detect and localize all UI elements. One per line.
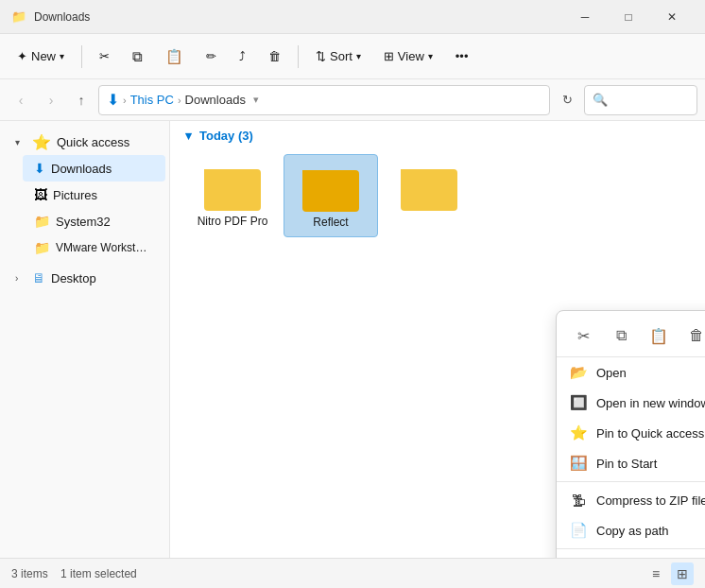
share-button[interactable]: ⤴ (230, 40, 255, 74)
toolbar-separator-1 (81, 45, 82, 68)
forward-button[interactable]: › (38, 87, 64, 113)
statusbar: 3 items 1 item selected ≡ ⊞ (0, 558, 705, 588)
sidebar: ▾ ⭐ Quick access ⬇ Downloads 🖼 Pictures … (0, 121, 170, 558)
refresh-button[interactable]: ↻ (554, 87, 580, 113)
view-button[interactable]: ⊞ View ▾ (374, 40, 442, 74)
sort-icon: ⇅ (316, 49, 326, 63)
list-view-button[interactable]: ≡ (645, 562, 667, 585)
rename-button[interactable]: ✏ (197, 40, 226, 74)
ctx-open[interactable]: 📂 Open Enter (557, 357, 705, 388)
folder-item-3[interactable] (382, 154, 476, 237)
sort-button[interactable]: ⇅ Sort ▾ (306, 40, 370, 74)
ctx-divider-1 (557, 481, 705, 482)
back-button[interactable]: ‹ (8, 87, 34, 113)
window-title: Downloads (34, 10, 90, 24)
ctx-divider-2 (557, 548, 705, 549)
breadcrumb-sep-1: › (123, 95, 127, 106)
sidebar-vmware-label: VMware Workstation 1 (56, 241, 150, 254)
ctx-paste-icon: 📋 (649, 327, 668, 345)
titlebar-left: 📁 Downloads (11, 9, 90, 25)
content-area: ▾ Today (3) Nitro PDF Pro Reflect (170, 121, 705, 558)
sidebar-downloads-label: Downloads (51, 162, 112, 176)
sidebar-item-downloads[interactable]: ⬇ Downloads (23, 155, 165, 182)
copy-icon: ⧉ (132, 48, 143, 65)
ctx-pin-start[interactable]: 🪟 Pin to Start (557, 448, 705, 478)
ctx-copy-button[interactable]: ⧉ (606, 320, 636, 351)
chevron-icon: ▾ (15, 137, 26, 147)
ctx-delete-button[interactable]: 🗑 (681, 320, 705, 351)
breadcrumb-icon: ⬇ (107, 91, 119, 109)
minimize-button[interactable]: ─ (563, 0, 607, 34)
sidebar-quick-access-label: Quick access (57, 135, 129, 149)
sidebar-item-pictures[interactable]: 🖼 Pictures (23, 182, 165, 208)
folder-item-2[interactable]: Reflect (284, 154, 378, 237)
breadcrumb-downloads: Downloads (185, 93, 246, 107)
sidebar-pictures-label: Pictures (53, 188, 97, 202)
folder-name-2: Reflect (313, 216, 348, 229)
window-controls: ─ □ ✕ (563, 0, 694, 34)
folder-name-1: Nitro PDF Pro (198, 215, 268, 228)
main-layout: ▾ ⭐ Quick access ⬇ Downloads 🖼 Pictures … (0, 121, 705, 558)
ctx-open-new-window-label: Open in new window (596, 396, 705, 410)
toolbar: ✦ New ▾ ✂ ⧉ 📋 ✏ ⤴ 🗑 ⇅ Sort ▾ ⊞ View ▾ ••… (0, 34, 705, 79)
rename-icon: ✏ (206, 49, 216, 63)
new-button[interactable]: ✦ New ▾ (8, 40, 74, 74)
sidebar-section-quick-access: ▾ ⭐ Quick access ⬇ Downloads 🖼 Pictures … (0, 129, 169, 261)
sidebar-system32-label: System32 (56, 215, 111, 229)
paste-button[interactable]: 📋 (156, 40, 193, 74)
maximize-button[interactable]: □ (607, 0, 650, 34)
ctx-compress-zip[interactable]: 🗜 Compress to ZIP file (557, 485, 705, 515)
items-count: 3 items (11, 567, 48, 580)
folder-item-1[interactable]: Nitro PDF Pro (185, 154, 280, 237)
window-icon: 📁 (11, 9, 26, 25)
breadcrumb-this-pc[interactable]: This PC (130, 93, 174, 107)
grid-view-button[interactable]: ⊞ (671, 562, 694, 585)
quick-access-icon: ⭐ (32, 133, 51, 151)
ctx-toolbar: ✂ ⧉ 📋 🗑 (557, 315, 705, 357)
folders-grid: Nitro PDF Pro Reflect (170, 150, 705, 241)
sidebar-item-system32[interactable]: 📁 System32 (23, 208, 165, 234)
context-menu: ✂ ⧉ 📋 🗑 📂 Open Enter 🔲 Open (556, 310, 705, 558)
new-label: New (31, 49, 56, 63)
close-button[interactable]: ✕ (650, 0, 694, 34)
downloads-icon: ⬇ (34, 161, 45, 176)
ctx-pin-start-label: Pin to Start (596, 457, 705, 471)
system32-icon: 📁 (34, 214, 50, 229)
ctx-open-new-window[interactable]: 🔲 Open in new window (557, 388, 705, 418)
ctx-cut-button[interactable]: ✂ (568, 320, 598, 351)
content-section-header: ▾ Today (3) (170, 121, 705, 150)
sidebar-section-desktop: › 🖥 Desktop (0, 265, 169, 291)
selected-count: 1 item selected (60, 567, 137, 580)
sidebar-item-desktop[interactable]: › 🖥 Desktop (4, 265, 165, 291)
ctx-pin-quick-access-label: Pin to Quick access (596, 426, 705, 441)
view-label: View (398, 49, 424, 63)
ctx-pin-quick-access[interactable]: ⭐ Pin to Quick access (557, 418, 705, 448)
ctx-delete-icon: 🗑 (689, 327, 704, 344)
ctx-copy-path[interactable]: 📄 Copy as path (557, 515, 705, 545)
statusbar-info: 3 items 1 item selected (11, 567, 137, 580)
delete-button[interactable]: 🗑 (259, 40, 290, 74)
view-icon: ⊞ (384, 49, 394, 63)
ctx-properties[interactable]: 📋 Properties Alt+Enter ⬅ (557, 552, 705, 558)
ctx-paste-button[interactable]: 📋 (644, 320, 674, 351)
ctx-pin-quick-access-icon: ⭐ (570, 424, 587, 441)
ctx-copy-path-label: Copy as path (596, 524, 705, 538)
cut-icon: ✂ (99, 49, 110, 63)
ctx-compress-zip-label: Compress to ZIP file (596, 493, 705, 508)
sidebar-item-vmware[interactable]: 📁 VMware Workstation 1 (23, 234, 165, 261)
addressbar: ‹ › ↑ ⬇ › This PC › Downloads ▾ ↻ 🔍 (0, 79, 705, 121)
ctx-pin-start-icon: 🪟 (570, 455, 587, 472)
folder-icon-1 (204, 162, 261, 211)
cut-button[interactable]: ✂ (90, 40, 119, 74)
search-box[interactable]: 🔍 (584, 85, 697, 115)
up-button[interactable]: ↑ (68, 87, 95, 113)
more-button[interactable]: ••• (446, 40, 478, 74)
delete-icon: 🗑 (268, 49, 281, 63)
breadcrumb[interactable]: ⬇ › This PC › Downloads ▾ (98, 85, 550, 115)
copy-button[interactable]: ⧉ (123, 40, 152, 74)
ctx-cut-icon: ✂ (577, 327, 590, 345)
desktop-icon: 🖥 (32, 270, 45, 285)
section-arrow-icon: ▾ (185, 129, 192, 143)
sidebar-item-quick-access[interactable]: ▾ ⭐ Quick access (4, 129, 165, 155)
breadcrumb-expand-icon[interactable]: ▾ (253, 94, 259, 106)
